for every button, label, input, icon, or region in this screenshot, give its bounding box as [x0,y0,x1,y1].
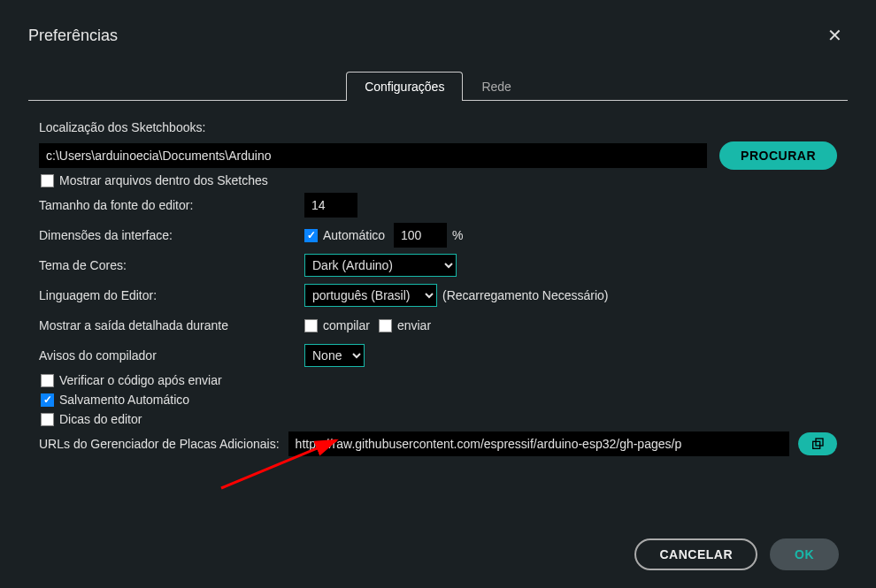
verbose-compile-label: compilar [323,318,370,332]
editor-hints-label: Dicas do editor [59,412,142,426]
new-window-icon [811,437,825,451]
verbose-compile-checkbox[interactable] [304,319,318,332]
sketchbook-location-label: Localização dos Sketchbooks: [39,120,304,134]
language-label: Linguagem do Editor: [39,288,304,302]
font-size-input[interactable] [304,193,357,218]
verify-after-upload-label: Verificar o código após enviar [59,373,222,387]
verbose-upload-checkbox[interactable] [379,319,392,332]
autosave-checkbox[interactable] [41,393,54,407]
language-reload-hint: (Recarregamento Necessário) [442,288,609,302]
compiler-warnings-label: Avisos do compilador [39,348,304,363]
show-files-label: Mostrar arquivos dentro dos Sketches [59,173,268,187]
settings-panel: Localização dos Sketchbooks: PROCURAR Mo… [28,115,848,523]
preferences-dialog: Preferências ✕ Configurações Rede Locali… [0,0,876,588]
show-files-checkbox[interactable] [41,174,54,187]
dialog-header: Preferências ✕ [28,25,848,46]
tabs-bar: Configurações Rede [28,71,848,101]
autosave-label: Salvamento Automático [59,393,189,407]
close-icon[interactable]: ✕ [822,25,848,46]
verify-after-upload-checkbox[interactable] [41,374,54,387]
theme-label: Tema de Cores: [39,258,304,272]
compiler-warnings-select[interactable]: None [304,344,365,367]
ok-button[interactable]: OK [770,538,839,570]
tab-settings[interactable]: Configurações [346,72,463,101]
dialog-footer: CANCELAR OK [28,523,848,570]
editor-hints-checkbox[interactable] [41,413,54,426]
cancel-button[interactable]: CANCELAR [634,538,757,570]
dialog-title: Preferências [28,27,118,45]
verbose-output-label: Mostrar a saída detalhada durante [39,318,304,332]
board-urls-label: URLs do Gerenciador de Placas Adicionais… [39,437,280,451]
interface-scale-label: Dimensões da interface: [39,228,304,242]
scale-auto-label: Automático [323,228,385,242]
theme-select[interactable]: Dark (Arduino) [304,254,457,277]
verbose-upload-label: enviar [397,318,431,332]
expand-urls-button[interactable] [798,432,837,455]
board-urls-input[interactable] [288,431,789,456]
browse-button[interactable]: PROCURAR [719,141,837,170]
scale-percent-label: % [452,228,463,242]
sketchbook-path-input[interactable] [39,143,707,168]
scale-value-input[interactable] [394,223,447,248]
language-select[interactable]: português (Brasil) [304,284,437,307]
font-size-label: Tamanho da fonte do editor: [39,198,304,212]
scale-auto-checkbox[interactable] [304,229,318,242]
tab-network[interactable]: Rede [463,72,529,101]
